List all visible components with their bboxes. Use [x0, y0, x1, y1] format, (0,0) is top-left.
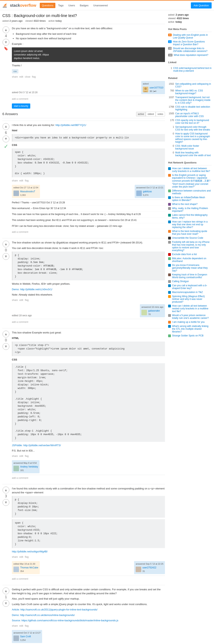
a5-article-link[interactable]: Article: http://samcroft.co.uk/2011/jque…: [12, 608, 97, 611]
a1-edit[interactable]: edit: [19, 179, 23, 182]
answer-2-upvote[interactable]: ▲: [3, 241, 9, 247]
related-link-6[interactable]: Set background color through CSS for tex…: [175, 126, 212, 131]
hot-network-link-17[interactable]: Macros/encapsulation in TikZ: [172, 291, 203, 294]
related-link-1[interactable]: When to use IMG vs. CSS background-image…: [175, 89, 212, 95]
edit-link[interactable]: edit: [19, 75, 23, 78]
share-link[interactable]: share: [12, 75, 18, 78]
hot-network-link-18[interactable]: Spinning Wing (Magnus Effect) Airliner a…: [172, 295, 212, 303]
bookmark-button[interactable]: 🔖: [4, 46, 8, 51]
a3-edit[interactable]: edit: [19, 454, 23, 458]
hot-network-link-19[interactable]: How can I delete all text between nested…: [172, 304, 212, 313]
a4-edit[interactable]: edit: [19, 555, 23, 559]
hot-meta-3-link[interactable]: Should we discourage links to JSFiddle c…: [173, 47, 212, 52]
add-comment-a3[interactable]: add a comment: [12, 475, 165, 481]
sort-votes-tab[interactable]: votes: [156, 112, 165, 116]
editor-link[interactable]: MasudosstruT: [20, 190, 35, 193]
answer-1-link[interactable]: http://jsfiddle.net/9BTYQ/1/: [55, 124, 86, 126]
a3-flag[interactable]: flag: [25, 454, 29, 458]
answer-4-downvote[interactable]: ▼: [3, 499, 9, 506]
nav-tags[interactable]: Tags: [56, 3, 65, 8]
start-bounty-button[interactable]: start a bounty: [12, 104, 30, 108]
a4-share[interactable]: share: [12, 555, 18, 559]
hot-meta-1-link[interactable]: Dealing with non-English posts in Low Qu…: [173, 34, 212, 39]
upvote-button[interactable]: ▲: [3, 26, 9, 33]
answer-5-downvote[interactable]: ▼: [3, 600, 9, 607]
add-comment-a4[interactable]: add a comment: [12, 576, 165, 582]
hot-network-link-16[interactable]: Can you call a keyboard with a b-shaped …: [172, 284, 212, 290]
nav-users[interactable]: Users: [66, 3, 77, 8]
a5-username-link[interactable]: Sam Croft: [20, 635, 31, 638]
related-link-0[interactable]: Set cellpadding and cellspacing in CSS?: [175, 82, 212, 88]
hot-network-link-22[interactable]: What's wrong with statically linking the…: [172, 325, 212, 333]
answer-2-downvote[interactable]: ▼: [3, 253, 9, 260]
hot-network-link-12[interactable]: BibLatex: Autocite dependent on shorthan…: [172, 257, 212, 262]
related-link-7[interactable]: How to apply CSS background color to som…: [175, 132, 212, 143]
hot-network-link-13[interactable]: Do you know if Americans genuinely/liter…: [172, 264, 212, 272]
a5-demo-link[interactable]: Demo: http://samcroft.co.uk/demos/inline…: [12, 614, 75, 616]
answer-4-upvote[interactable]: ▲: [3, 487, 9, 493]
a3-share[interactable]: share: [12, 454, 18, 458]
hot-network-link-21[interactable]: I am making up a bottle for you: [172, 320, 205, 324]
nav-badges[interactable]: Badges: [78, 3, 90, 8]
linked-1-link[interactable]: CSS solid background behind text in mult…: [173, 67, 212, 72]
answer-1-upvote[interactable]: ▲: [3, 123, 9, 130]
related-link-8[interactable]: CSS: Multi-color footer background issue: [175, 144, 212, 150]
a4-flag[interactable]: flag: [25, 555, 29, 559]
hot-network-link-1[interactable]: Is this English proverb or saying equiva…: [172, 174, 212, 188]
a4-editor-link[interactable]: Thomas McCabe: [20, 566, 38, 569]
answer-1-downvote[interactable]: ▼: [3, 136, 9, 142]
a3-username-link[interactable]: Andrey Verbitsky: [20, 465, 38, 468]
hot-network-link-5[interactable]: Why, really, is the Halting Problem impo…: [172, 207, 212, 212]
add-comment-a2[interactable]: add a comment: [12, 319, 165, 325]
related-link-4[interactable]: Can an input's HTML5 placeholder color w…: [175, 112, 212, 118]
related-link-3[interactable]: CSS rule to disable text selection highl…: [175, 106, 212, 111]
flag-link[interactable]: flag: [32, 75, 36, 78]
hot-network-link-3[interactable]: Is there an Inflate/Deflate Mesh option …: [172, 196, 212, 202]
a1-flag[interactable]: flag: [25, 179, 29, 182]
close-link[interactable]: close: [25, 75, 30, 78]
sort-oldest-tab[interactable]: oldest: [146, 112, 156, 116]
hot-network-link-4[interactable]: What is the next shape?: [172, 203, 197, 206]
hot-network-link-0[interactable]: How can I delete all text between curly …: [172, 167, 212, 172]
a5-source-link[interactable]: Source: https://github.com/samcroft/css-…: [12, 619, 118, 622]
a5-flag[interactable]: flag: [25, 624, 29, 628]
hot-network-link-7[interactable]: How can I replace two strings in a way t…: [172, 220, 212, 228]
a2-share[interactable]: share: [12, 298, 18, 302]
nav-questions[interactable]: Questions: [40, 3, 55, 8]
add-comment-question[interactable]: add a comment: [12, 96, 165, 102]
hot-network-link-20[interactable]: Would a 5-year prison sentence totally r…: [172, 314, 212, 320]
hot-network-link-6[interactable]: Latex cannot find the bibliography items…: [172, 214, 212, 219]
logo[interactable]: stackoverflow: [2, 2, 36, 8]
related-link-2[interactable]: Transparent background, but not the cont…: [175, 96, 212, 104]
hot-meta-4-link[interactable]: What does reputation represent?: [174, 54, 208, 56]
a5-edit[interactable]: edit: [19, 624, 23, 628]
sort-active-tab[interactable]: active: [136, 112, 146, 116]
a4-fiddle-link[interactable]: http://jsfiddle.net/soliigo/rMg4B/: [12, 550, 48, 553]
answer-5-upvote[interactable]: ▲: [3, 588, 9, 594]
demo-link[interactable]: Demo: http://jsfiddle.net/cLh0nv3r1/: [12, 288, 52, 291]
hot-meta-2-link[interactable]: How do Zero-Score Questions Impact a Que…: [173, 40, 212, 46]
a2-flag[interactable]: flag: [25, 298, 29, 302]
hot-network-link-10[interactable]: Foolishly left old beta on my iPhone tha…: [172, 241, 212, 252]
hot-network-link-11[interactable]: Exclude data from a list: [172, 253, 197, 256]
add-comment-a1[interactable]: add a comment: [12, 229, 165, 235]
answer-3-downvote[interactable]: ▼: [3, 343, 9, 350]
a4-username-link[interactable]: user2752422: [142, 566, 156, 569]
a1-share[interactable]: share: [12, 179, 18, 182]
username-link[interactable]: user1677010: [150, 86, 163, 89]
related-link-5[interactable]: CSS opacity only to background color not…: [175, 119, 212, 124]
hot-network-link-23[interactable]: Strange Solder Spots on PCB: [172, 334, 203, 337]
hot-network-link-15[interactable]: Calling Shotgun: [172, 280, 189, 283]
a5-share[interactable]: share: [12, 624, 18, 628]
hot-network-link-9[interactable]: Unscramble the Source Code: [172, 236, 203, 239]
nav-unanswered[interactable]: Unanswered: [91, 3, 110, 8]
answer-3-upvote[interactable]: ▲: [3, 331, 9, 338]
a3-jsfiddle-link[interactable]: JSFiddle: http://jsfiddle.net/verber/WmR…: [12, 444, 61, 447]
hot-network-link-14[interactable]: Keeping track of time in Dungeon World d…: [172, 273, 212, 279]
ask-question-button[interactable]: Ask Question: [191, 2, 212, 8]
a2-edit[interactable]: edit: [19, 298, 23, 302]
related-link-9[interactable]: Multi line heading with background color…: [175, 151, 212, 157]
hot-network-link-8[interactable]: What is the best motivating quote that y…: [172, 230, 212, 235]
downvote-button[interactable]: ▼: [3, 39, 9, 46]
answerer-link[interactable]: gabitzas: [143, 190, 152, 193]
